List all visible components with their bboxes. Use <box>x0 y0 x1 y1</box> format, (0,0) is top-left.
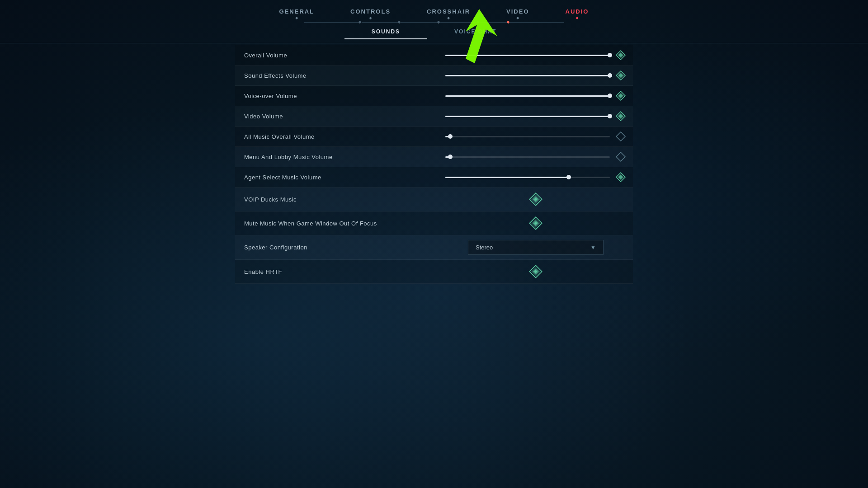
subnav-voice-chat[interactable]: VOICE CHAT <box>427 25 524 39</box>
setting-row-voice-over: Voice-over Volume <box>235 86 633 106</box>
setting-label-sound-effects: Sound Effects Volume <box>235 68 439 84</box>
reset-icon-voice-over[interactable] <box>615 90 626 101</box>
dropdown-arrow-speaker: ▼ <box>590 244 596 251</box>
setting-control-enable-hrtf <box>439 260 633 283</box>
nav-dot-general <box>359 21 362 24</box>
nav-dot-audio <box>507 21 510 24</box>
slider-track-all-music[interactable] <box>445 136 610 137</box>
setting-control-menu-lobby <box>439 147 633 167</box>
setting-label-voip-ducks: VOIP Ducks Music <box>235 192 439 207</box>
toggle-icon-enable-hrtf[interactable] <box>528 264 543 279</box>
speaker-config-dropdown[interactable]: Stereo ▼ <box>468 240 604 255</box>
slider-track-voice-over[interactable] <box>445 95 610 97</box>
setting-label-voice-over: Voice-over Volume <box>235 88 439 104</box>
setting-row-sound-effects: Sound Effects Volume <box>235 66 633 86</box>
setting-control-all-music <box>439 127 633 146</box>
reset-icon-sound-effects[interactable] <box>615 70 626 81</box>
setting-label-video-volume: Video Volume <box>235 108 439 124</box>
setting-control-sound-effects <box>439 66 633 85</box>
slider-track-video-volume[interactable] <box>445 116 610 117</box>
nav-dots-row <box>0 19 868 25</box>
setting-label-menu-lobby: Menu And Lobby Music Volume <box>235 149 439 165</box>
reset-icon-menu-lobby[interactable] <box>615 151 626 162</box>
setting-label-enable-hrtf: Enable HRTF <box>235 264 439 280</box>
nav-item-crosshair[interactable]: CROSSHAIR <box>409 0 488 19</box>
setting-control-agent-select <box>439 167 633 187</box>
nav-dot-video <box>476 21 480 24</box>
setting-row-voip-ducks: VOIP Ducks Music <box>235 188 633 211</box>
setting-control-voip-ducks <box>439 188 633 211</box>
svg-marker-14 <box>616 152 625 161</box>
setting-label-overall-volume: Overall Volume <box>235 47 439 63</box>
slider-track-sound-effects[interactable] <box>445 75 610 76</box>
reset-icon-all-music[interactable] <box>615 131 626 142</box>
nav-item-audio[interactable]: AUDIO <box>547 0 607 19</box>
slider-track-agent-select[interactable] <box>445 177 610 178</box>
setting-label-speaker-config: Speaker Configuration <box>235 239 439 255</box>
setting-control-mute-music <box>439 211 633 235</box>
toggle-icon-mute-music[interactable] <box>528 216 543 230</box>
setting-control-video-volume <box>439 106 633 126</box>
setting-label-all-music: All Music Overall Volume <box>235 129 439 145</box>
nav-item-controls[interactable]: CONTROLS <box>332 0 409 19</box>
dropdown-value-speaker: Stereo <box>476 244 493 251</box>
setting-row-all-music: All Music Overall Volume <box>235 127 633 147</box>
svg-marker-13 <box>616 132 625 141</box>
setting-label-agent-select: Agent Select Music Volume <box>235 169 439 185</box>
top-navigation: GENERAL CONTROLS CROSSHAIR VIDEO AUDIO <box>0 0 868 25</box>
slider-track-menu-lobby[interactable] <box>445 156 610 158</box>
slider-track-overall[interactable] <box>445 55 610 56</box>
setting-control-overall-volume <box>439 45 633 65</box>
reset-icon-video-volume[interactable] <box>615 111 626 122</box>
subnav-sounds[interactable]: SOUNDS <box>344 25 427 39</box>
reset-icon-agent-select[interactable] <box>615 172 626 183</box>
setting-control-speaker-config: Stereo ▼ <box>439 235 633 259</box>
setting-row-mute-music: Mute Music When Game Window Out Of Focus <box>235 211 633 235</box>
setting-label-mute-music: Mute Music When Game Window Out Of Focus <box>235 216 439 231</box>
setting-row-overall-volume: Overall Volume <box>235 45 633 66</box>
toggle-icon-voip-ducks[interactable] <box>528 192 543 206</box>
nav-item-video[interactable]: VIDEO <box>488 0 547 19</box>
setting-row-enable-hrtf: Enable HRTF <box>235 260 633 284</box>
sub-navigation: SOUNDS VOICE CHAT <box>0 25 868 43</box>
setting-row-menu-lobby: Menu And Lobby Music Volume <box>235 147 633 167</box>
setting-row-speaker-config: Speaker Configuration Stereo ▼ <box>235 235 633 260</box>
reset-icon-overall[interactable] <box>615 50 626 61</box>
nav-dot-controls <box>398 21 401 24</box>
nav-item-general[interactable]: GENERAL <box>261 0 333 19</box>
main-nav-bar: GENERAL CONTROLS CROSSHAIR VIDEO AUDIO <box>0 0 868 19</box>
setting-control-voice-over <box>439 86 633 106</box>
setting-row-video-volume: Video Volume <box>235 106 633 127</box>
nav-dot-crosshair <box>437 21 440 24</box>
settings-panel: Overall Volume <box>235 45 633 284</box>
setting-row-agent-select: Agent Select Music Volume <box>235 167 633 188</box>
